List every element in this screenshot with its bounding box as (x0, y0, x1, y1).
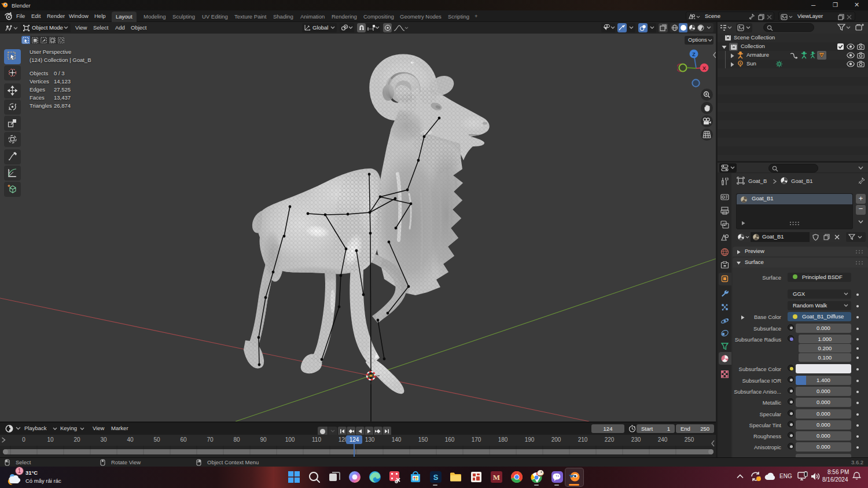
svg-text:M: M (493, 473, 500, 482)
svg-text:S: S (433, 473, 439, 482)
svg-text:Z: Z (692, 52, 696, 57)
svg-text:X: X (703, 65, 706, 71)
